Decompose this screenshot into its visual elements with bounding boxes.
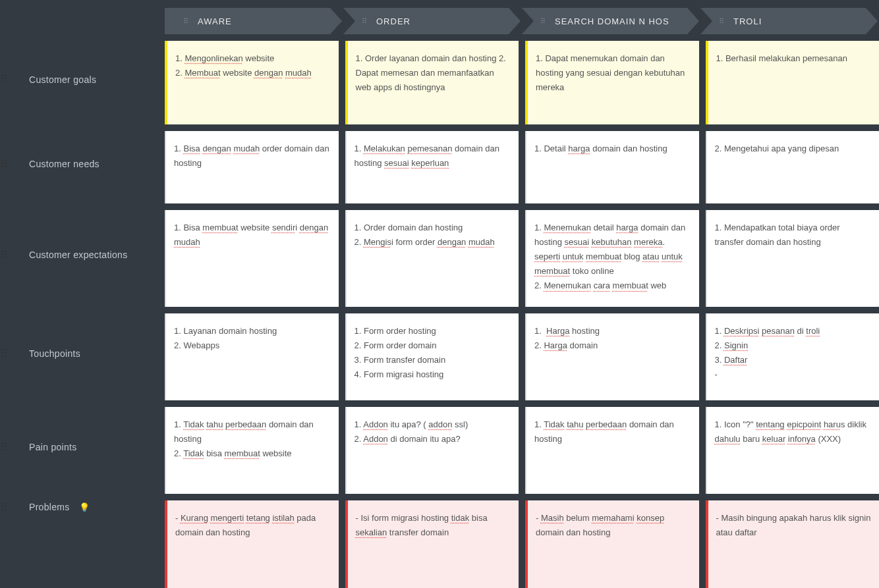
journey-map: ⠿ Customer goals ⠿ Customer needs ⠿ Cust…	[0, 0, 879, 588]
drag-icon: ⠿	[0, 501, 8, 514]
drag-icon: ⠿	[362, 17, 366, 26]
row-label-touchpoints[interactable]: ⠿ Touchpoints	[0, 307, 165, 400]
stage-aware[interactable]: ⠿ AWARE	[165, 8, 342, 34]
cell-touch-order[interactable]: 1. Form order hosting2. Form order domai…	[345, 313, 519, 400]
stage-search[interactable]: ⠿ SEARCH DOMAIN N HOS	[522, 8, 699, 34]
cell-needs-order[interactable]: 1. Melakukan pemesanan domain dan hostin…	[345, 131, 519, 203]
cell-prob-search[interactable]: - Masih belum memahami konsep domain dan…	[525, 500, 699, 588]
cell-prob-order[interactable]: - Isi form migrasi hosting tidak bisa se…	[345, 500, 519, 588]
cell-expect-aware[interactable]: 1. Bisa membuat website sendiri dengan m…	[165, 210, 339, 307]
drag-icon: ⠿	[0, 441, 8, 454]
row-label-customer-expectations[interactable]: ⠿ Customer expectations	[0, 203, 165, 307]
row-label-customer-goals[interactable]: ⠿ Customer goals	[0, 34, 165, 124]
cell-goals-search[interactable]: 1. Dapat menemukan domain dan hosting ya…	[525, 41, 699, 124]
cell-prob-troli[interactable]: - Masih bingung apakah harus klik signin…	[706, 500, 880, 588]
main-grid: ⠿ AWARE ⠿ ORDER ⠿ SEARCH DOMAIN N HOS ⠿ …	[165, 0, 879, 588]
stage-header-row: ⠿ AWARE ⠿ ORDER ⠿ SEARCH DOMAIN N HOS ⠿ …	[165, 0, 879, 34]
drag-icon: ⠿	[719, 17, 723, 26]
cell-touch-aware[interactable]: 1. Layanan domain hosting2. Webapps	[165, 313, 339, 400]
cell-needs-troli[interactable]: 2. Mengetahui apa yang dipesan	[706, 131, 880, 203]
drag-icon: ⠿	[0, 249, 8, 261]
cell-prob-aware[interactable]: - Kurang mengerti tetang istilah pada do…	[165, 500, 339, 588]
drag-icon: ⠿	[0, 73, 8, 86]
drag-icon: ⠿	[0, 158, 8, 171]
cell-goals-aware[interactable]: 1. Mengonlinekan website 2. Membuat webs…	[165, 41, 339, 124]
cell-pain-aware[interactable]: 1. Tidak tahu perbedaan domain dan hosti…	[165, 407, 339, 494]
cell-pain-search[interactable]: 1. Tidak tahu perbedaan domain dan hosti…	[525, 407, 699, 494]
cell-expect-order[interactable]: 1. Order domain dan hosting 2. Mengisi f…	[345, 210, 519, 307]
drag-icon: ⠿	[183, 17, 188, 26]
cell-goals-order[interactable]: 1. Order layanan domain dan hosting 2. D…	[345, 41, 519, 124]
cell-pain-troli[interactable]: 1. Icon "?" tentang epicpoint harus dikl…	[706, 407, 880, 494]
drag-icon: ⠿	[0, 348, 8, 360]
lightbulb-icon: 💡	[79, 502, 90, 512]
cell-needs-search[interactable]: 1. Detail harga domain dan hosting	[525, 131, 699, 203]
cell-goals-troli[interactable]: 1. Berhasil melakukan pemesanan	[706, 41, 880, 124]
row-label-customer-needs[interactable]: ⠿ Customer needs	[0, 124, 165, 203]
cell-touch-search[interactable]: 1. Harga hosting2. Harga domain	[525, 313, 699, 400]
stage-order[interactable]: ⠿ ORDER	[343, 8, 521, 34]
drag-icon: ⠿	[540, 17, 545, 26]
row-label-problems[interactable]: ⠿ Problems💡	[0, 494, 165, 520]
cell-expect-troli[interactable]: 1. Mendapatkan total biaya order transfe…	[706, 210, 880, 307]
cell-expect-search[interactable]: 1. Menemukan detail harga domain dan hos…	[525, 210, 699, 307]
sidebar: ⠿ Customer goals ⠿ Customer needs ⠿ Cust…	[0, 0, 165, 588]
cell-pain-order[interactable]: 1. Addon itu apa? ( addon ssl) 2. Addon …	[345, 407, 519, 494]
stage-troli[interactable]: ⠿ TROLI	[700, 8, 878, 34]
cell-touch-troli[interactable]: 1. Deskripsi pesanan di troli 2. Signin …	[706, 313, 880, 400]
cell-needs-aware[interactable]: 1. Bisa dengan mudah order domain dan ho…	[165, 131, 339, 203]
row-label-pain-points[interactable]: ⠿ Pain points	[0, 400, 165, 494]
